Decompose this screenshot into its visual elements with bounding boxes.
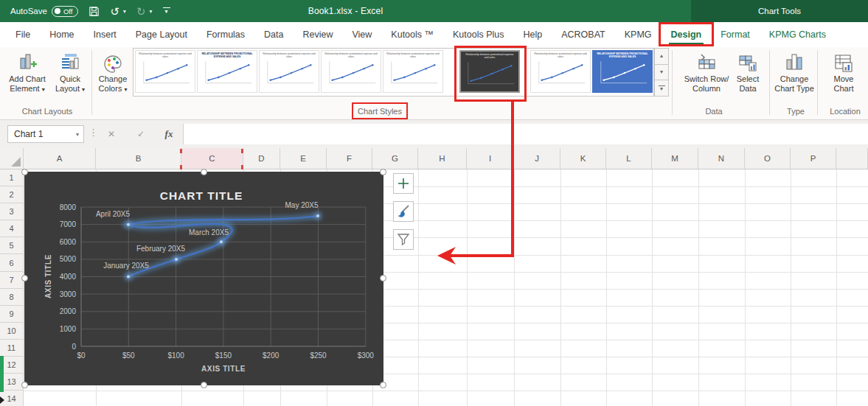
selection-handle-right[interactable]: [380, 275, 386, 281]
selection-handle-bottom[interactable]: [201, 382, 207, 388]
selection-handle-top-left[interactable]: [21, 169, 28, 175]
active-tab-underline: [669, 43, 704, 45]
column-header-G[interactable]: G: [372, 148, 418, 169]
quick-layout-icon: [59, 52, 81, 74]
column-header-B[interactable]: B: [96, 148, 181, 169]
tab-kutools-plus[interactable]: Kutools Plus: [443, 22, 513, 47]
column-header-K[interactable]: K: [560, 148, 606, 169]
column-header-P[interactable]: P: [791, 148, 836, 169]
tab-review[interactable]: Review: [293, 22, 342, 47]
row-header-3[interactable]: 3: [0, 203, 23, 220]
tab-page-layout[interactable]: Page Layout: [126, 22, 197, 47]
column-header-H[interactable]: H: [418, 148, 467, 169]
column-header-C[interactable]: C: [181, 148, 243, 169]
switch-row-column-button[interactable]: Switch Row/ Column: [682, 49, 731, 94]
row-header-9[interactable]: 9: [0, 306, 23, 323]
thumbnail-mini-chart: [136, 59, 194, 88]
chart-style-thumbnail-8[interactable]: RELATIONSHIP BETWEEN PROMOTIONAL EXPENSE…: [592, 50, 653, 93]
selection-handle-bottom-left[interactable]: [21, 382, 28, 388]
group-separator: [769, 50, 770, 115]
tab-format[interactable]: Format: [711, 22, 760, 47]
x-axis-title[interactable]: AXIS TITLE: [201, 365, 246, 373]
column-header-E[interactable]: E: [280, 148, 327, 169]
tab-file[interactable]: File: [6, 22, 40, 47]
chart-style-thumbnail-4[interactable]: Relationship between promotional expense…: [321, 50, 381, 93]
select-data-button[interactable]: Select Data: [730, 49, 765, 94]
tab-home[interactable]: Home: [40, 22, 83, 47]
row-header-8[interactable]: 8: [0, 289, 23, 306]
column-header-I[interactable]: I: [467, 148, 514, 169]
column-header-O[interactable]: O: [745, 148, 791, 169]
change-chart-type-button[interactable]: Change Chart Type: [773, 49, 816, 94]
tab-kpmg-charts[interactable]: KPMG Charts: [760, 22, 836, 47]
tab-kutools[interactable]: Kutools ™: [381, 22, 443, 47]
svg-text:7000: 7000: [60, 220, 77, 228]
tab-formulas[interactable]: Formulas: [197, 22, 254, 47]
column-header-blank[interactable]: [836, 148, 868, 169]
chart-style-thumbnail-7[interactable]: Relationship between promotional expense…: [530, 50, 591, 93]
gallery-scroll-up-button[interactable]: ▴: [654, 48, 669, 65]
column-header-A[interactable]: A: [24, 148, 96, 169]
tab-data[interactable]: Data: [254, 22, 293, 47]
selection-handle-top[interactable]: [201, 169, 207, 175]
chart-style-thumbnail-6[interactable]: Relationship between promotional expense…: [459, 50, 520, 93]
chart-elements-button[interactable]: [393, 173, 414, 194]
chart-style-thumbnail-2[interactable]: RELATIONSHIP BETWEEN PROMOTIONAL EXPENSE…: [197, 50, 257, 93]
down-arrow-icon: ▾: [660, 87, 663, 91]
chart-styles-button[interactable]: [393, 201, 414, 222]
column-header-D[interactable]: D: [243, 148, 280, 169]
name-box[interactable]: Chart 1 ▾: [7, 125, 84, 143]
column-header-J[interactable]: J: [514, 148, 560, 169]
insert-function-icon[interactable]: fx: [159, 125, 178, 143]
gallery-more-button[interactable]: ▾: [654, 80, 669, 97]
column-header-F[interactable]: F: [327, 148, 372, 169]
selection-handle-top-right[interactable]: [380, 169, 386, 175]
thumbnail-title: Relationship between promotional expense…: [461, 52, 518, 60]
add-chart-element-button[interactable]: Add Chart Element: [6, 49, 49, 94]
row-header-5[interactable]: 5: [0, 237, 23, 254]
y-axis-ticks: 8000 7000 6000 5000 4000 3000 2000 1000 …: [60, 203, 77, 351]
button-label: Data: [739, 84, 756, 94]
chart-style-thumbnail-3[interactable]: Relationship between promotional expense…: [259, 50, 319, 93]
name-box-caret-icon[interactable]: ▾: [76, 131, 79, 138]
change-colors-button[interactable]: Change Colors: [93, 49, 133, 94]
column-header-N[interactable]: N: [698, 148, 745, 169]
formula-input[interactable]: [183, 124, 868, 144]
row-header-11[interactable]: 11: [0, 340, 23, 357]
chart-style-thumbnail-1[interactable]: Relationship between promotional expense…: [135, 50, 195, 93]
row-header-7[interactable]: 7: [0, 272, 23, 289]
embedded-chart[interactable]: January 20X5 February 20X5 March 20X5 Ap…: [24, 172, 383, 385]
quick-layout-button[interactable]: Quick Layout: [49, 49, 91, 94]
gallery-scroll-down-button[interactable]: ▾: [654, 65, 669, 81]
select-all-button[interactable]: [0, 148, 24, 169]
tab-design[interactable]: Design: [662, 22, 712, 47]
title-bar: AutoSave Off ↺▾ ↻▾ ▾ Book1.xlsx - Excel …: [0, 0, 868, 22]
svg-text:6000: 6000: [60, 238, 77, 246]
row-header-1[interactable]: 1: [0, 169, 23, 186]
chart-style-thumbnail-5[interactable]: Relationship between promotional expense…: [383, 50, 443, 93]
chart-title[interactable]: CHART TITLE: [160, 189, 243, 202]
button-label: Add Chart: [9, 74, 46, 84]
row-header-2[interactable]: 2: [0, 186, 23, 203]
column-header-L[interactable]: L: [606, 148, 652, 169]
row-header-10[interactable]: 10: [0, 323, 23, 340]
move-chart-button[interactable]: Move Chart: [823, 49, 864, 94]
row-header-4[interactable]: 4: [0, 220, 23, 237]
tab-insert[interactable]: Insert: [84, 22, 126, 47]
chart-filters-button[interactable]: [393, 229, 414, 250]
column-header-M[interactable]: M: [652, 148, 698, 169]
data-label-april: April 20X5: [96, 210, 131, 218]
enter-icon[interactable]: ✓: [131, 125, 150, 143]
group-separator: [672, 50, 673, 115]
y-axis-title[interactable]: AXIS TITLE: [44, 254, 52, 298]
tab-help[interactable]: Help: [514, 22, 552, 47]
svg-text:0: 0: [72, 343, 76, 351]
tab-acrobat[interactable]: ACROBAT: [552, 22, 615, 47]
row-header-6[interactable]: 6: [0, 254, 23, 271]
selection-handle-left[interactable]: [21, 275, 28, 281]
cancel-icon[interactable]: ✕: [102, 125, 121, 143]
tab-view[interactable]: View: [342, 22, 381, 47]
selection-handle-bottom-right[interactable]: [380, 382, 386, 388]
tab-kpmg[interactable]: KPMG: [615, 22, 662, 47]
svg-text:1000: 1000: [60, 325, 77, 333]
